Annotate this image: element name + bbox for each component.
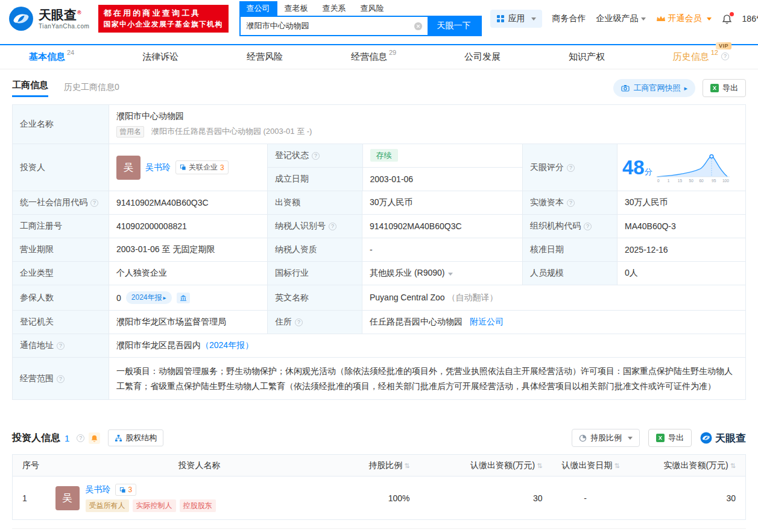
help-icon[interactable] — [584, 223, 592, 230]
field-label: 住所 — [268, 311, 362, 334]
excel-icon — [710, 84, 719, 92]
table-row: 参保人数 0 2024年报 英文名称 Puyang Central Zoo （自… — [13, 285, 746, 311]
auto-translate-note: （自动翻译） — [447, 293, 497, 302]
crown-icon — [656, 15, 666, 22]
field-value: 30万人民币 — [362, 191, 523, 215]
subtab-business-registration[interactable]: 工商信息 — [12, 80, 48, 97]
related-count: 3 — [220, 163, 224, 172]
field-value: 个人独资企业 — [109, 262, 268, 285]
tab-label: 法律诉讼 — [142, 51, 178, 63]
tab-legal-proceedings[interactable]: 法律诉讼 — [142, 51, 178, 63]
clear-icon[interactable] — [414, 22, 423, 31]
notification-bell-icon[interactable] — [722, 14, 732, 24]
tianyancha-logo[interactable]: 天眼查® TianYanCha.com — [8, 6, 90, 31]
nav-enterprise-products[interactable]: 企业级产品 — [596, 13, 646, 24]
snapshot-label: 工商官网快照 — [633, 83, 680, 93]
help-icon[interactable] — [57, 342, 65, 350]
org-chart-icon — [115, 434, 122, 442]
social-insurance-icon[interactable] — [177, 293, 190, 303]
address-cell: 任丘路昆吾园中心动物园 附近公司 — [362, 311, 746, 334]
search-tab-relation[interactable]: 查关系 — [315, 1, 353, 16]
tag-actual-controller[interactable]: 实际控制人 — [133, 499, 176, 512]
table-row: 经营范围 一般项目：动物园管理服务；野生动物保护；休闲观光活动（除依法须经批准的… — [13, 358, 746, 400]
top-right-nav: 应用 商务合作 企业级产品 开通会员 186*... — [490, 10, 758, 28]
tab-label: 历史信息 — [673, 51, 709, 63]
english-name: Puyang Central Zoo — [370, 293, 445, 302]
annual-report-link[interactable]: （2024年报） — [201, 340, 253, 350]
column-header-ratio[interactable]: 持股比例 — [353, 455, 420, 477]
search-button[interactable]: 天眼一下 — [428, 17, 481, 35]
nearby-companies-link[interactable]: 附近公司 — [470, 317, 504, 326]
tab-basic-info[interactable]: 基本信息24 — [29, 51, 74, 63]
svg-text:50: 50 — [689, 179, 693, 183]
related-companies-chip[interactable]: 关联企业 3 — [175, 160, 229, 174]
promo-banner: 都在用的商业查询工具 国家中小企业发展子基金旗下机构 — [98, 5, 229, 33]
tab-operation-info[interactable]: 经营信息29 — [351, 51, 396, 63]
english-name-cell: Puyang Central Zoo （自动翻译） — [362, 285, 746, 311]
column-header-subscribed[interactable]: 认缴出资额(万元) — [420, 455, 552, 477]
user-phone[interactable]: 186*... — [742, 14, 758, 24]
avatar[interactable]: 吴 — [55, 486, 80, 510]
export-label: 导出 — [668, 432, 684, 443]
tab-history-info[interactable]: VIP 历史信息 12 — [673, 51, 729, 63]
column-header-date[interactable]: 认缴出资日期 — [552, 455, 619, 477]
investors-table-header: 序号 投资人名称 持股比例 认缴出资额(万元) 认缴出资日期 实缴出资额(万元) — [13, 455, 746, 477]
investor-row: 投资人 吴 吴书玲 关联企业 3 — [13, 144, 746, 191]
svg-text:60: 60 — [699, 179, 704, 183]
related-label: 关联企业 — [189, 162, 218, 173]
tab-label: 基本信息 — [29, 51, 65, 63]
paid-amount: 30 — [619, 477, 746, 520]
holdings-chip[interactable]: 3 — [115, 484, 137, 496]
help-icon[interactable] — [567, 199, 575, 207]
help-icon[interactable] — [57, 375, 65, 383]
tab-company-development[interactable]: 公司发展 — [464, 51, 501, 63]
section-divider — [12, 528, 746, 532]
help-icon[interactable] — [77, 434, 84, 442]
search-input[interactable] — [241, 22, 414, 31]
investor-name-link[interactable]: 吴书玲 — [145, 162, 171, 173]
field-label: 出资额 — [268, 191, 362, 215]
tag-beneficial-owner[interactable]: 受益所有人 — [86, 499, 129, 512]
nav-business-cooperation[interactable]: 商务合作 — [552, 13, 586, 24]
help-icon[interactable] — [312, 152, 320, 160]
investor-name-link[interactable]: 吴书玲 — [86, 484, 111, 495]
investors-export-button[interactable]: 导出 — [648, 429, 692, 447]
equity-structure-button[interactable]: 股权结构 — [108, 429, 163, 446]
search-tab-company[interactable]: 查公司 — [239, 1, 277, 16]
help-icon[interactable] — [90, 199, 98, 207]
industry-value[interactable]: 其他娱乐业 (R9090) — [362, 262, 523, 285]
search-tab-risk[interactable]: 查风险 — [353, 1, 391, 16]
help-icon[interactable] — [567, 164, 575, 172]
help-icon[interactable] — [295, 318, 303, 326]
ratio-filter-dropdown[interactable]: 持股比例 — [572, 429, 640, 447]
tab-intellectual-property[interactable]: 知识产权 — [569, 51, 605, 63]
field-label: 核准日期 — [523, 238, 617, 262]
tab-count: 29 — [389, 49, 396, 56]
investor-name-cell: 吴 吴书玲 3 受益所有人 — [46, 477, 353, 520]
nav-vip-upgrade[interactable]: 开通会员 — [656, 13, 712, 24]
export-button[interactable]: 导出 — [703, 79, 746, 97]
tag-controlling-shareholder[interactable]: 控股股东 — [180, 499, 216, 512]
avatar[interactable]: 吴 — [116, 156, 141, 180]
help-icon[interactable] — [329, 223, 336, 230]
investors-title: 投资人信息 — [12, 432, 60, 445]
monitor-bell-icon[interactable] — [89, 432, 100, 444]
brand-domain: TianYanCha.com — [39, 23, 90, 30]
official-snapshot-button[interactable]: 工商官网快照 — [613, 79, 695, 97]
subtab-history-registration[interactable]: 历史工商信息0 — [64, 82, 119, 97]
tab-label: 知识产权 — [569, 51, 605, 63]
tab-count: 12 — [711, 49, 718, 56]
apps-menu[interactable]: 应用 — [490, 10, 542, 28]
table-row: 企业类型 个人独资企业 国标行业 其他娱乐业 (R9090) 人员规模 0人 — [13, 262, 746, 285]
main-content: 工商信息 历史工商信息0 工商官网快照 导出 企业名称 濮阳市中心动物园 曾用名 — [0, 79, 758, 520]
table-row: 统一社会信用代码 91410902MA40B60Q3C 出资额 30万人民币 实… — [13, 191, 746, 215]
column-header-paid[interactable]: 实缴出资额(万元) — [619, 455, 746, 477]
search-tab-boss[interactable]: 查老板 — [277, 1, 315, 16]
field-label: 登记状态 — [268, 144, 362, 168]
annual-report-chip[interactable]: 2024年报 — [126, 291, 172, 304]
promo-banner-line1: 都在用的商业查询工具 — [104, 8, 223, 19]
tab-operation-risk[interactable]: 经营风险 — [247, 51, 283, 63]
ratio-value: 100% — [353, 477, 420, 520]
field-value: 91410902MA40B60Q3C — [362, 215, 523, 238]
row-index: 1 — [13, 477, 46, 520]
